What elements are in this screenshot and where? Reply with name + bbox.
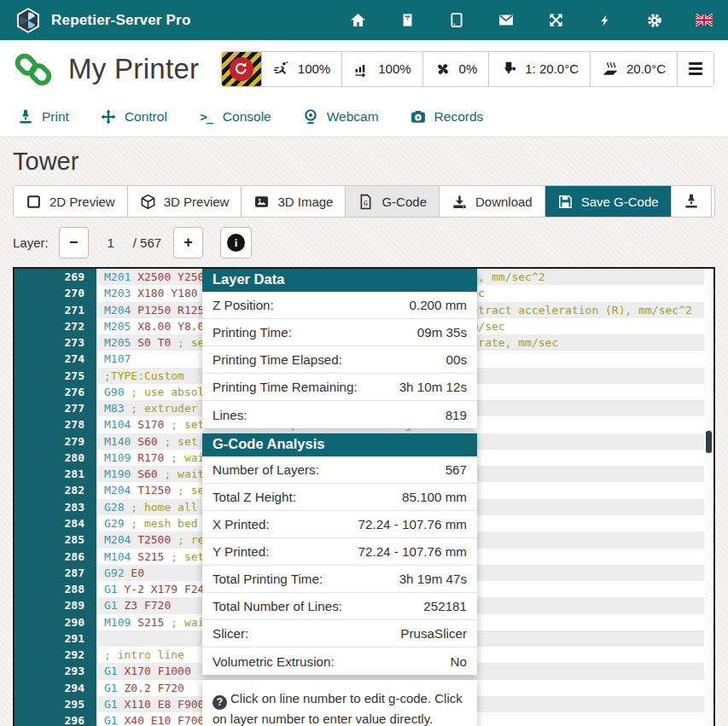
status-flow[interactable]: 100%: [341, 52, 422, 86]
status-bed[interactable]: 20.0°C: [590, 52, 677, 86]
tablet-icon[interactable]: [448, 12, 465, 29]
line-number[interactable]: 291: [15, 630, 96, 647]
2d-preview-button[interactable]: 2D Preview: [14, 186, 128, 217]
line-number[interactable]: 295: [15, 696, 96, 712]
status-speed[interactable]: 100%: [261, 52, 341, 86]
popup-row: Total Z Height:85.100 mm: [202, 484, 477, 511]
popup-footer-text: Click on line number to edit g-code. Cli…: [213, 691, 463, 726]
printer-tabs: PrintControl>_ConsoleWebcamRecords: [0, 97, 728, 137]
popup-footer: ?Click on line number to edit g-code. Cl…: [202, 680, 477, 726]
page-title: Tower: [13, 148, 715, 176]
popup-row-value: 819: [446, 408, 467, 422]
gear-icon[interactable]: [646, 12, 663, 29]
line-number[interactable]: 286: [15, 549, 96, 565]
emergency-stop-icon: [230, 57, 253, 81]
line-number[interactable]: 296: [15, 712, 96, 726]
popup-footer-panel: ?Click on line number to edit g-code. Cl…: [202, 680, 477, 726]
status-extruder[interactable]: 1: 20.0°C: [488, 52, 590, 86]
line-number[interactable]: 294: [15, 680, 96, 696]
line-number[interactable]: 276: [15, 384, 96, 400]
line-number[interactable]: 279: [15, 433, 96, 450]
popup-row-label: Lines:: [213, 408, 248, 422]
layer-info-button[interactable]: i: [220, 227, 252, 258]
popup-row-value: No: [451, 654, 467, 669]
line-number[interactable]: 290: [15, 614, 96, 630]
expand-arrows-icon[interactable]: [547, 12, 564, 29]
line-number[interactable]: 282: [15, 482, 96, 498]
line-number[interactable]: 288: [15, 581, 96, 597]
line-number[interactable]: 275: [15, 368, 96, 384]
line-number[interactable]: 285: [15, 531, 96, 548]
print-icon: [683, 193, 700, 210]
flow-icon: [353, 61, 370, 78]
scrollbar-thumb[interactable]: [706, 431, 712, 453]
status-value: 0%: [459, 61, 478, 76]
status-value: 100%: [378, 61, 411, 76]
line-number[interactable]: 271: [15, 302, 96, 318]
line-number[interactable]: 280: [15, 450, 96, 466]
popup-row-label: Printing Time:: [213, 325, 292, 340]
status-value: 1: 20.0°C: [525, 61, 579, 76]
line-number[interactable]: 293: [15, 663, 96, 679]
line-number[interactable]: 270: [15, 285, 96, 301]
layers-run-button[interactable]: [712, 186, 715, 217]
popup-row-value: 09m 35s: [417, 325, 467, 340]
tab-records[interactable]: Records: [410, 108, 484, 125]
printer-title: My Printer: [68, 53, 199, 85]
download-button[interactable]: Download: [440, 186, 545, 217]
popup-section-title: G-Code Analysis: [202, 433, 477, 456]
popup-row-value: 567: [446, 462, 467, 477]
line-number[interactable]: 274: [15, 351, 96, 367]
status-emergency-stop[interactable]: [222, 52, 261, 86]
printer-icon[interactable]: [399, 12, 416, 29]
popup-row-value: 0.200 mm: [409, 298, 467, 312]
uk-flag-icon[interactable]: [696, 12, 713, 29]
popup-row: Number of Layers:567: [202, 456, 477, 484]
line-number[interactable]: 269: [15, 269, 96, 285]
g-code-button[interactable]: GG-Code: [346, 186, 440, 217]
line-number[interactable]: 283: [15, 499, 96, 515]
popup-row-label: Slicer:: [213, 626, 248, 641]
question-icon: ?: [213, 695, 227, 710]
3d-image-button[interactable]: 3D Image: [242, 186, 346, 217]
popup-row-value: PrusaSlicer: [400, 626, 467, 641]
line-number[interactable]: 273: [15, 334, 96, 351]
line-number[interactable]: 272: [15, 318, 96, 334]
print-button[interactable]: [672, 186, 712, 217]
popup-row-value: 00s: [446, 352, 468, 367]
tab-label: Console: [223, 109, 271, 125]
line-number[interactable]: 281: [15, 466, 96, 482]
bolt-icon[interactable]: [597, 12, 614, 29]
top-navbar: Repetier-Server Pro: [0, 0, 728, 40]
tab-webcam[interactable]: Webcam: [302, 108, 379, 125]
popup-row-value: 3h 19m 47s: [399, 572, 467, 586]
status-fan[interactable]: 0%: [422, 52, 489, 86]
brand[interactable]: Repetier-Server Pro: [15, 8, 190, 33]
3d-preview-button[interactable]: 3D Preview: [128, 186, 242, 217]
line-number[interactable]: 289: [15, 597, 96, 613]
layer-minus-button[interactable]: −: [59, 227, 89, 258]
popup-row-value: 3h 10m 12s: [399, 380, 467, 394]
save-g-code-button[interactable]: Save G-Code: [545, 186, 672, 217]
popup-row: Z Position:0.200 mm: [202, 292, 477, 319]
mail-icon[interactable]: [498, 12, 515, 29]
tab-print[interactable]: Print: [17, 108, 69, 125]
popup-row-label: Total Z Height:: [213, 490, 296, 504]
layer-current-value[interactable]: 1: [89, 235, 133, 250]
popup-row: Lines:819: [202, 401, 477, 428]
line-number[interactable]: 287: [15, 565, 96, 581]
popup-section: G-Code AnalysisNumber of Layers:567Total…: [202, 433, 477, 675]
gcode-scrollbar[interactable]: [704, 269, 713, 726]
main-content: Tower 2D Preview3D Preview3D ImageGG-Cod…: [0, 148, 728, 726]
tab-control[interactable]: Control: [100, 108, 167, 125]
status-menu[interactable]: [677, 52, 713, 86]
line-number[interactable]: 278: [15, 416, 96, 433]
layer-plus-button[interactable]: +: [173, 227, 203, 258]
home-icon[interactable]: [349, 12, 366, 29]
line-number[interactable]: 277: [15, 400, 96, 416]
popup-row-label: Total Number of Lines:: [213, 599, 342, 613]
line-number[interactable]: 292: [15, 647, 96, 663]
webcam-icon: [302, 108, 319, 125]
line-number[interactable]: 284: [15, 515, 96, 531]
tab-console[interactable]: >_Console: [198, 108, 271, 125]
